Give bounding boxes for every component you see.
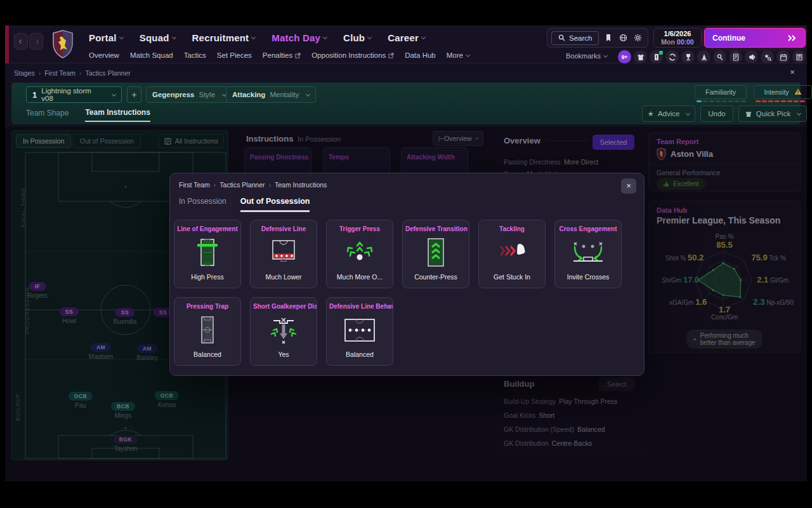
tactic-select[interactable]: 1 Lightning storm v08: [26, 86, 122, 103]
modal-tab-out-of-possession[interactable]: Out of Possession: [240, 197, 310, 212]
tackling-icon: [493, 237, 531, 268]
quick-pick-button[interactable]: Quick Pick: [738, 105, 807, 122]
world-icon[interactable]: [619, 34, 628, 43]
instruction-card-title: Defensive Line: [251, 225, 317, 233]
add-tactic-button[interactable]: +: [127, 86, 141, 103]
advice-button[interactable]: ★ Advice: [642, 105, 695, 122]
close-page-icon[interactable]: ×: [787, 67, 798, 79]
subnav-match-squad[interactable]: Match Squad: [130, 51, 173, 59]
star-icon: ★: [648, 109, 654, 118]
scouting-icon[interactable]: [713, 50, 726, 64]
undo-button[interactable]: Undo: [700, 105, 733, 122]
club-crest[interactable]: [52, 30, 74, 62]
date-display[interactable]: 1/6/2026 Mon 00:00: [653, 28, 702, 48]
instruction-card-trigger-press[interactable]: Trigger PressMuch More O...: [326, 220, 393, 288]
search-icon: [558, 34, 565, 41]
breadcrumb-first-team[interactable]: First Team: [44, 69, 75, 77]
forward-button[interactable]: [29, 33, 43, 50]
main-nav: PortalSquadRecruitmentMatch DayClubCaree…: [89, 30, 425, 45]
tactic-toolbar: 1 Lightning storm v08 + Gegenpress Style…: [11, 83, 801, 124]
bookmarks-dropdown[interactable]: Bookmarks: [566, 52, 607, 60]
instruction-card-pressing-trap[interactable]: Pressing TrapBalanced: [174, 297, 241, 366]
line-of-engagement-icon: [188, 237, 226, 268]
chevron-down-icon: [306, 91, 310, 96]
inbox-chat-icon[interactable]: 9+: [618, 50, 631, 64]
instruction-card-tackling[interactable]: TacklingGet Stuck In: [478, 220, 546, 288]
tactic-name: Lightning storm v08: [41, 87, 105, 102]
screen: PortalSquadRecruitmentMatch DayClubCaree…: [0, 0, 812, 508]
toolbar-icons: 9+: [618, 50, 806, 64]
defensive-transition-icon: [417, 237, 455, 268]
tab-team-shape[interactable]: Team Shape: [26, 109, 69, 121]
trophy-icon[interactable]: [681, 50, 695, 64]
search-label: Search: [569, 34, 592, 42]
subnav-penalties[interactable]: Penalties: [263, 51, 301, 59]
instruction-card-title: Pressing Trap: [174, 303, 240, 311]
style-select[interactable]: Gegenpress Style: [146, 86, 232, 103]
modal-close-button[interactable]: ×: [621, 178, 636, 194]
subnav-tactics[interactable]: Tactics: [184, 51, 206, 59]
breadcrumb-tactics-planner[interactable]: Tactics Planner: [86, 69, 131, 77]
search-button[interactable]: Search: [551, 31, 599, 45]
modal-tabs: In Possession Out of Possession: [179, 197, 310, 212]
instruction-card-defensive-line[interactable]: Defensive LineMuch Lower: [250, 220, 317, 288]
nav-match-day[interactable]: Match Day: [272, 32, 327, 43]
day-text: Mon: [661, 38, 675, 46]
modal-breadcrumb-first-team[interactable]: First Team: [179, 181, 210, 189]
sync-icon[interactable]: [665, 50, 679, 64]
modal-tab-in-possession[interactable]: In Possession: [179, 197, 226, 212]
instruction-card-title: Tackling: [479, 225, 545, 233]
nav-portal[interactable]: Portal: [89, 32, 123, 43]
mentality-select[interactable]: Attacking Mentality: [226, 86, 316, 103]
instruction-card-cross-engagement[interactable]: Cross EngagementInvite Crosses: [554, 220, 622, 288]
kit-icon[interactable]: [634, 50, 647, 64]
nav-recruitment[interactable]: Recruitment: [192, 32, 256, 43]
search-star-icon[interactable]: [761, 50, 774, 64]
undo-label: Undo: [708, 110, 726, 117]
modal-breadcrumb-tactics-planner[interactable]: Tactics Planner: [219, 181, 265, 189]
training-icon[interactable]: [697, 50, 710, 64]
top-bar: PortalSquadRecruitmentMatch DayClubCaree…: [5, 25, 807, 64]
report-card-icon[interactable]: [650, 50, 663, 64]
team-instructions-modal: First Team› Tactics Planner› Team Instru…: [169, 173, 645, 376]
intensity-meter: Intensity: [754, 85, 812, 99]
instruction-card-short-goalkeeper-distr[interactable]: Short Goalkeeper DistrYes: [250, 297, 317, 366]
calendar-icon[interactable]: [776, 50, 790, 64]
news-icon[interactable]: [792, 50, 806, 64]
back-button[interactable]: [14, 33, 28, 50]
instruction-card-defensive-line-behavio[interactable]: Defensive Line BehavioBalanced: [326, 297, 393, 366]
instruction-card-value: Much More O...: [327, 273, 393, 281]
nav-squad[interactable]: Squad: [140, 32, 176, 43]
breadcrumb-stages[interactable]: Stages: [14, 69, 35, 77]
pressing-trap-icon: [188, 315, 226, 345]
announcement-icon[interactable]: [745, 50, 758, 64]
nav-club[interactable]: Club: [343, 32, 371, 43]
instruction-card-title: Short Goalkeeper Distr: [251, 303, 317, 311]
notes-icon[interactable]: [729, 50, 742, 64]
subnav-data-hub[interactable]: Data Hub: [405, 51, 436, 59]
cross-engagement-icon: [569, 237, 607, 268]
mentality-value: Attacking: [232, 91, 265, 98]
familiarity-meter: Familiarity: [695, 85, 747, 99]
intensity-label: Intensity: [764, 88, 789, 96]
familiarity-bar: [697, 100, 746, 102]
instruction-card-line-of-engagement[interactable]: Line of EngagementHigh Press: [174, 220, 241, 288]
modal-breadcrumb-team-instructions: Team Instructions: [275, 181, 327, 189]
subnav-more[interactable]: More: [447, 51, 469, 59]
continue-button[interactable]: Continue: [704, 28, 806, 48]
subnav-set-pieces[interactable]: Set Pieces: [217, 51, 252, 59]
advice-label: Advice: [658, 110, 680, 117]
accent-strip: [5, 25, 9, 64]
bookmark-icon[interactable]: [605, 34, 613, 43]
intensity-bar: [756, 100, 805, 102]
nav-career[interactable]: Career: [388, 32, 425, 43]
modal-breadcrumb: First Team› Tactics Planner› Team Instru…: [179, 181, 327, 189]
tab-team-instructions[interactable]: Team Instructions: [85, 108, 150, 122]
quick-access-group: Search: [547, 28, 648, 48]
time-text: 00:00: [677, 38, 694, 46]
subnav-opposition-instructions[interactable]: Opposition Instructions: [311, 51, 394, 59]
instruction-card-value: Balanced: [327, 351, 393, 358]
gear-icon[interactable]: [634, 34, 643, 43]
instruction-card-defensive-transition[interactable]: Defensive TransitionCounter-Press: [402, 220, 469, 288]
subnav-overview[interactable]: Overview: [89, 51, 119, 59]
